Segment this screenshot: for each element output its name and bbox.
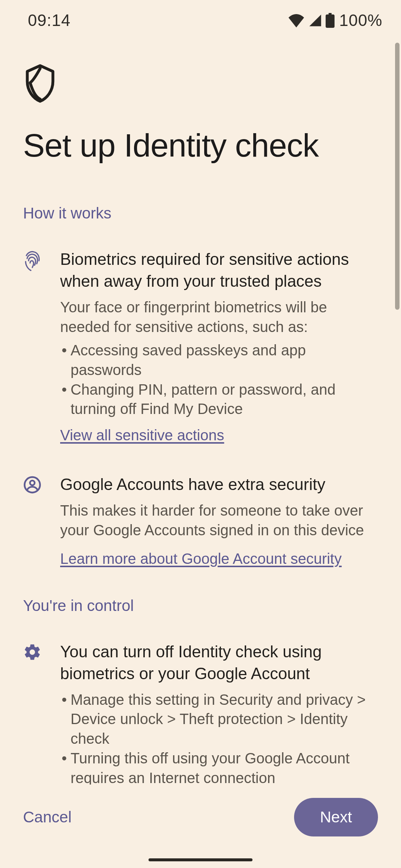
footer-bar: Cancel Next	[0, 785, 401, 868]
svg-point-1	[30, 481, 35, 486]
bullet: Accessing saved passkeys and app passwor…	[60, 341, 378, 380]
shield-icon	[23, 63, 378, 105]
item-google-title: Google Accounts have extra security	[60, 473, 378, 495]
next-button[interactable]: Next	[294, 798, 378, 836]
bullet: Changing PIN, pattern or password, and t…	[60, 380, 378, 419]
item-google-desc: This makes it harder for someone to take…	[60, 501, 378, 540]
view-sensitive-actions-link[interactable]: View all sensitive actions	[60, 427, 224, 444]
learn-google-security-link[interactable]: Learn more about Google Account security	[60, 550, 342, 567]
item-biometrics-title: Biometrics required for sensitive action…	[60, 248, 378, 292]
scrollbar[interactable]	[395, 43, 400, 310]
bullet: Manage this setting in Security and priv…	[60, 690, 378, 749]
status-bar: 09:14 100%	[0, 0, 401, 33]
item-biometrics: Biometrics required for sensitive action…	[23, 248, 378, 444]
section-heading-how-it-works: How it works	[23, 204, 378, 222]
item-biometrics-bullets: Accessing saved passkeys and app passwor…	[60, 341, 378, 419]
account-circle-icon	[23, 473, 43, 567]
nav-handle[interactable]	[149, 858, 252, 861]
gear-icon	[23, 641, 43, 788]
bullet: Turning this off using your Google Accou…	[60, 749, 378, 788]
fingerprint-icon	[23, 248, 43, 444]
item-google-accounts: Google Accounts have extra security This…	[23, 473, 378, 567]
battery-percentage: 100%	[339, 11, 382, 30]
item-turn-off-bullets: Manage this setting in Security and priv…	[60, 690, 378, 788]
main-content: Set up Identity check How it works Biome…	[0, 33, 401, 796]
item-biometrics-desc: Your face or fingerprint biometrics will…	[60, 297, 378, 337]
battery-icon	[326, 13, 335, 28]
section-heading-control: You're in control	[23, 597, 378, 615]
status-icons: 100%	[288, 11, 382, 30]
status-time: 09:14	[28, 11, 71, 30]
wifi-icon	[288, 13, 305, 27]
page-title: Set up Identity check	[23, 128, 378, 164]
item-turn-off: You can turn off Identity check using bi…	[23, 641, 378, 788]
cancel-button[interactable]: Cancel	[23, 801, 72, 834]
cell-signal-icon	[308, 13, 323, 27]
item-turn-off-title: You can turn off Identity check using bi…	[60, 641, 378, 685]
